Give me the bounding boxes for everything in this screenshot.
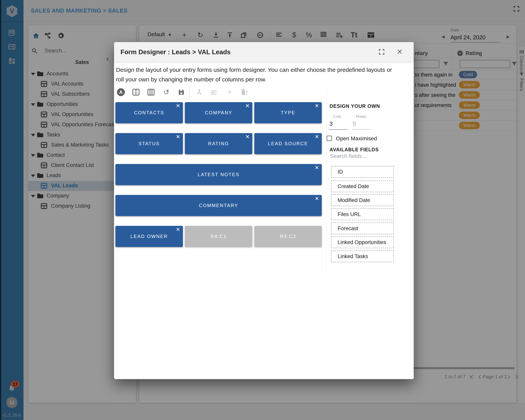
available-field-linked-tasks[interactable]: Linked Tasks (331, 250, 394, 262)
cols-input[interactable] (329, 120, 348, 127)
dialog-description: Design the layout of your entry forms us… (116, 65, 400, 84)
available-field-linked-opportunities[interactable]: Linked Opportunities (331, 236, 394, 248)
rows-underline (352, 129, 371, 130)
auto-layout-icon[interactable]: A (117, 88, 125, 96)
form-block-status[interactable]: STATUS ✕ (115, 133, 183, 154)
form-block-type[interactable]: TYPE ✕ (254, 102, 322, 123)
remove-field-icon[interactable]: ✕ (314, 103, 320, 109)
form-block-company[interactable]: COMPANY ✕ (185, 102, 252, 123)
form-block-commentary[interactable]: COMMENTARY ✕ (115, 195, 322, 216)
three-column-layout-icon[interactable] (147, 88, 155, 96)
remove-field-icon[interactable]: ✕ (244, 103, 250, 109)
remove-field-icon[interactable]: ✕ (244, 134, 250, 140)
form-designer-dialog: Form Designer : Leads > VAL Leads ✕ Desi… (114, 42, 414, 379)
align-fields-icon (210, 88, 219, 96)
dialog-close-icon[interactable]: ✕ (395, 46, 404, 57)
available-field-id[interactable]: ID (331, 166, 394, 178)
form-block-lead-owner[interactable]: LEAD OWNER ✕ (115, 226, 183, 247)
designer-toolbar-separator (189, 86, 190, 98)
dialog-fullscreen-icon[interactable] (378, 49, 385, 55)
available-field-modified-date[interactable]: Modified Date (331, 194, 394, 206)
cols-underline (329, 129, 347, 130)
merge-cells-icon (195, 88, 204, 96)
dialog-header: Form Designer : Leads > VAL Leads ✕ (114, 42, 414, 62)
form-block-contacts[interactable]: CONTACTS ✕ (115, 102, 183, 123)
form-block-empty-r4c1[interactable]: R4:C1 (185, 226, 252, 247)
available-field-forecast[interactable]: Forecast (331, 222, 394, 234)
app-window: V 17 M v1.5.16-b SALES AND MARKETING > S… (0, 0, 525, 420)
open-maximised-label: Open Maximised (336, 135, 377, 142)
design-your-own-heading: DESIGN YOUR OWN (330, 103, 380, 109)
remove-field-icon[interactable]: ✕ (314, 196, 320, 201)
delete-sweep-icon (240, 88, 249, 96)
reset-layout-icon[interactable]: ↺ (162, 88, 170, 96)
available-field-files-url[interactable]: Files URL (331, 209, 394, 220)
form-block-rating[interactable]: RATING ✕ (185, 133, 252, 154)
save-layout-icon[interactable] (177, 88, 186, 96)
remove-field-icon[interactable]: ✕ (314, 165, 320, 171)
available-field-created-date[interactable]: Created Date (331, 181, 394, 192)
remove-field-icon[interactable]: ✕ (314, 134, 320, 140)
form-block-latest-notes[interactable]: LATEST NOTES ✕ (115, 164, 322, 185)
cols-label: Cols (333, 114, 341, 119)
rows-label: Rows (356, 114, 366, 119)
available-fields-heading: AVAILABLE FIELDS (330, 147, 379, 153)
remove-field-icon[interactable]: ✕ (175, 227, 181, 232)
remove-field-icon[interactable]: ✕ (175, 103, 181, 109)
add-cell-icon: + (225, 88, 234, 96)
form-block-empty-r4c2[interactable]: R4:C2 (254, 226, 322, 247)
rows-input[interactable] (353, 120, 371, 127)
field-search-input[interactable] (330, 153, 388, 160)
dialog-title: Form Designer : Leads > VAL Leads (121, 42, 231, 62)
two-column-layout-icon[interactable] (132, 88, 140, 96)
form-block-lead-source[interactable]: LEAD SOURCE ✕ (254, 133, 322, 154)
open-maximised-checkbox[interactable] (327, 136, 332, 141)
remove-field-icon[interactable]: ✕ (175, 134, 181, 140)
